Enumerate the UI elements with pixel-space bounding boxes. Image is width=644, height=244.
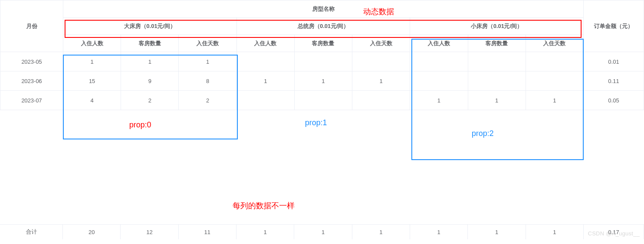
cell (526, 52, 583, 71)
footer-cell: 1 (410, 225, 468, 239)
footer-cell: 1 (526, 225, 584, 239)
footer-cell: 12 (121, 225, 178, 239)
cell (410, 52, 468, 71)
table-row: 2023-05 1 1 1 0.01 (0, 52, 644, 71)
table-container: 月份 房型名称 订单金额（元） 大床房（0.01元/间） 总统房（0.01元/间… (0, 0, 644, 239)
cell: 9 (121, 71, 179, 91)
cell: 4 (63, 91, 121, 110)
cell: 1 (352, 71, 410, 91)
footer-cell: 11 (179, 225, 236, 239)
cell-month: 2023-07 (0, 91, 63, 110)
header-sub-days: 入住天数 (179, 35, 236, 52)
table-row: 2023-07 4 2 2 1 1 1 0.05 (0, 91, 644, 110)
cell (526, 71, 583, 91)
header-sub-rooms: 客房数量 (468, 35, 526, 52)
header-amount: 订单金额（元） (584, 0, 644, 52)
cell (352, 91, 410, 110)
watermark: CSDN @A_ugust__ (588, 230, 640, 237)
cell (468, 52, 526, 71)
header-room-group: 房型名称 (63, 0, 584, 18)
cell: 1 (294, 71, 352, 91)
cell: 1 (63, 52, 121, 71)
table-row: 2023-06 15 9 8 1 1 1 0.11 (0, 71, 644, 91)
cell (468, 71, 526, 91)
cell: 1 (410, 91, 468, 110)
header-sub-rooms: 客房数量 (294, 35, 352, 52)
cell: 1 (179, 52, 236, 71)
footer-label: 合计 (0, 225, 63, 239)
cell (352, 52, 410, 71)
header-sub-guests: 入住人数 (63, 35, 121, 52)
header-room-1: 总统房（0.01元/间） (236, 18, 410, 35)
header-month: 月份 (0, 0, 63, 52)
header-sub-guests: 入住人数 (410, 35, 468, 52)
cell: 1 (236, 71, 294, 91)
footer-cell: 1 (352, 225, 410, 239)
footer-row: 合计 20 12 11 1 1 1 1 1 1 0.17 (0, 224, 644, 239)
cell: 2 (179, 91, 236, 110)
header-sub-rooms: 客房数量 (121, 35, 179, 52)
cell-amount: 0.11 (584, 71, 644, 91)
header-sub-days: 入住天数 (526, 35, 583, 52)
cell-amount: 0.01 (584, 52, 644, 71)
header-sub-guests: 入住人数 (236, 35, 294, 52)
header-room-0: 大床房（0.01元/间） (63, 18, 237, 35)
data-table: 月份 房型名称 订单金额（元） 大床房（0.01元/间） 总统房（0.01元/间… (0, 0, 644, 110)
header-room-2: 小床房（0.01元/间） (410, 18, 584, 35)
cell (294, 52, 352, 71)
footer-cell: 1 (294, 225, 352, 239)
header-sub-days: 入住天数 (352, 35, 410, 52)
cell (236, 52, 294, 71)
cell: 1 (526, 91, 583, 110)
cell: 1 (468, 91, 526, 110)
cell: 1 (121, 52, 179, 71)
cell (236, 91, 294, 110)
footer-cell: 20 (63, 225, 121, 239)
cell: 8 (179, 71, 236, 91)
cell (294, 91, 352, 110)
cell-amount: 0.05 (584, 91, 644, 110)
cell (410, 71, 468, 91)
cell-month: 2023-05 (0, 52, 63, 71)
cell: 2 (121, 91, 179, 110)
cell: 15 (63, 71, 121, 91)
cell-month: 2023-06 (0, 71, 63, 91)
footer-cell: 1 (236, 225, 294, 239)
footer-cell: 1 (468, 225, 526, 239)
